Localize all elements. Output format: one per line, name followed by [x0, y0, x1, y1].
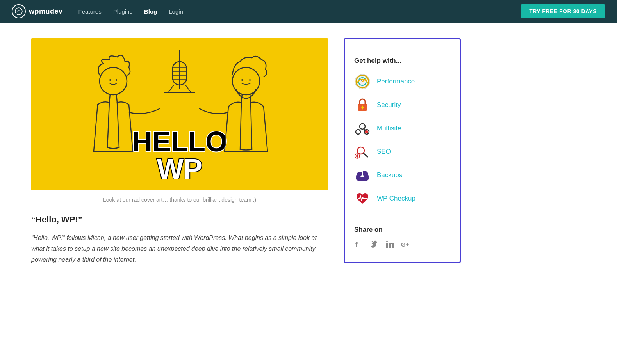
logo[interactable]: wpmudev [12, 4, 63, 18]
svg-line-38 [364, 153, 367, 157]
svg-rect-50 [386, 243, 388, 248]
share-twitter[interactable] [370, 240, 378, 251]
multisite-icon [354, 120, 371, 137]
svg-rect-48 [362, 172, 363, 176]
svg-text:f: f [355, 241, 358, 249]
svg-point-19 [241, 79, 243, 81]
share-icons: f G+ [354, 240, 450, 251]
navbar: wpmudev Features Plugins Blog Login TRY … [0, 0, 617, 23]
sidebar-item-wp-checkup[interactable]: WP Checkup [354, 190, 450, 207]
hero-image-wrapper: HELLO WP [31, 38, 328, 190]
sidebar-item-multisite[interactable]: Multisite [354, 120, 450, 137]
svg-point-28 [362, 81, 363, 82]
logo-text: wpmudev [29, 7, 63, 16]
svg-text:WP: WP [157, 153, 202, 185]
seo-label[interactable]: SEO [377, 148, 391, 156]
sidebar-item-backups[interactable]: Backups [354, 167, 450, 183]
logo-icon [12, 4, 26, 18]
svg-point-14 [109, 79, 111, 81]
sidebar-bottom-divider [354, 218, 450, 218]
try-free-button[interactable]: TRY FREE FOR 30 DAYS [521, 4, 605, 18]
performance-label[interactable]: Performance [377, 78, 415, 85]
hero-illustration: HELLO WP [31, 38, 328, 190]
svg-point-31 [360, 124, 365, 129]
nav-blog[interactable]: Blog [144, 8, 157, 15]
nav-plugins[interactable]: Plugins [113, 8, 132, 15]
share-title: Share on [354, 226, 450, 234]
performance-icon [354, 73, 371, 90]
help-title: Get help with... [354, 57, 450, 65]
page-wrapper: HELLO WP [0, 23, 617, 281]
nav-login[interactable]: Login [169, 8, 183, 15]
security-icon [354, 97, 371, 113]
sidebar-items: Performance Security [354, 73, 450, 207]
svg-point-51 [386, 241, 388, 242]
sidebar-top-divider [354, 49, 450, 49]
svg-text:G+: G+ [401, 241, 409, 248]
image-caption: Look at our rad cover art… thanks to our… [31, 197, 328, 203]
nav-links: Features Plugins Blog Login [78, 8, 521, 15]
nav-features[interactable]: Features [78, 8, 102, 15]
multisite-label[interactable]: Multisite [377, 124, 401, 132]
share-linkedin[interactable] [385, 240, 394, 251]
sidebar-item-seo[interactable]: SEO [354, 144, 450, 160]
backups-icon [354, 167, 371, 183]
hero-image: HELLO WP [31, 38, 328, 190]
svg-point-0 [15, 8, 22, 15]
sidebar: Get help with... [344, 38, 461, 265]
svg-text:HELLO: HELLO [132, 126, 227, 157]
wp-checkup-label[interactable]: WP Checkup [377, 195, 415, 202]
svg-point-36 [365, 130, 368, 133]
main-content: HELLO WP [31, 38, 328, 265]
article-title: “Hello, WP!” [31, 215, 328, 225]
sidebar-item-security[interactable]: Security [354, 97, 450, 113]
seo-icon [354, 144, 371, 160]
wp-checkup-icon [354, 190, 371, 207]
security-label[interactable]: Security [377, 101, 401, 109]
article-body: “Hello, WP!” follows Micah, a new user g… [31, 233, 328, 265]
svg-point-20 [249, 79, 251, 81]
sidebar-item-performance[interactable]: Performance [354, 73, 450, 90]
sidebar-box: Get help with... [344, 38, 461, 263]
svg-point-15 [116, 79, 117, 81]
backups-label[interactable]: Backups [377, 171, 402, 179]
share-googleplus[interactable]: G+ [401, 240, 413, 251]
share-facebook[interactable]: f [354, 240, 363, 251]
